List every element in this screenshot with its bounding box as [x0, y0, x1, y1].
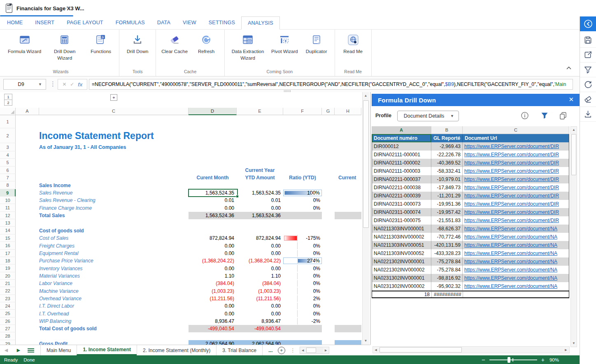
functions-button[interactable]: fx Functions [85, 30, 116, 56]
filter-button[interactable] [580, 63, 596, 77]
ribbon-tab-insert[interactable]: INSERT [29, 16, 61, 29]
more-sheets-button[interactable]: ... [268, 345, 273, 355]
grid-header-document-numero[interactable]: Document numéro [372, 134, 431, 142]
grid-cell-document-url-link[interactable]: https://www.ERPServer.com/document/DIR [463, 200, 569, 208]
name-box-dropdown-icon[interactable]: ▼ [38, 82, 46, 86]
row-header-1[interactable]: 1 [0, 115, 16, 128]
formula-bar-options-icon[interactable]: ⋮ [50, 80, 56, 88]
read-me-button[interactable]: Read Me [338, 30, 369, 56]
download-button[interactable] [580, 107, 596, 122]
select-all-corner[interactable] [0, 108, 16, 115]
column-header-G[interactable]: G [322, 108, 335, 115]
scroll-down-icon[interactable]: ▼ [571, 340, 577, 346]
ribbon-tab-formulas[interactable]: FORMULAS [109, 16, 151, 29]
grid-cell-document-url-link[interactable]: https://www.ERPServer.com/document/DIR [463, 208, 569, 216]
grid-header-document-url[interactable]: Document Url [463, 134, 569, 142]
row-header-24[interactable]: 24 [0, 302, 16, 310]
row-header-20[interactable]: 20 [0, 272, 16, 280]
row-header-28[interactable]: 28 [0, 332, 16, 340]
sheet-tab-2-income-statement-monthly-[interactable]: 2. Income Statement (Monthly) [137, 345, 216, 355]
duplicator-button[interactable]: Duplicator [301, 30, 332, 56]
sheet-vertical-scrollbar[interactable]: ▲ ▼ [362, 92, 369, 345]
close-document-icon[interactable]: × [66, 5, 69, 11]
row-header-5[interactable]: 5 [0, 159, 16, 167]
row-header-22[interactable]: 22 [0, 287, 16, 295]
drill-down-button[interactable]: Drill Down [122, 30, 153, 56]
row-header-12[interactable]: 12 [0, 212, 16, 219]
save-button[interactable] [580, 33, 596, 48]
grid-header-gl-reporte[interactable]: GL Reporté [431, 134, 463, 142]
scroll-up-icon[interactable]: ▲ [571, 127, 577, 133]
pivot-wizard-button[interactable]: Pivot Wizard [268, 30, 301, 56]
pane-vertical-scrollbar[interactable]: ▲ ▼ [570, 126, 577, 347]
grid-cell-document-url-link[interactable]: https://www.ERPServer.com/document/DIR [463, 167, 569, 175]
pane-column-header-C[interactable]: C [463, 126, 569, 134]
sheet-tab-scroll-right-icon[interactable]: ▶ [12, 345, 25, 355]
zoom-slider[interactable] [489, 359, 537, 360]
grid-cell-document-url-link[interactable]: https://www.ERPServer.com/document/NA [463, 257, 569, 266]
ribbon-tab-home[interactable]: HOME [1, 16, 29, 29]
column-header-H[interactable]: H [335, 108, 361, 115]
row-header-17[interactable]: 17 [0, 250, 16, 257]
ribbon-tab-settings[interactable]: SETTINGS [203, 16, 241, 29]
grid-cell-document-url-link[interactable]: https://www.ERPServer.com/document/NA [463, 274, 569, 282]
sheet-tab-main-menu[interactable]: Main Menu [40, 345, 77, 355]
eraser-button[interactable] [580, 92, 596, 107]
grid-cell-document-url-link[interactable]: https://www.ERPServer.com/document/NA [463, 241, 569, 249]
selection-fill-handle[interactable] [236, 195, 239, 198]
outline-level-2-button[interactable]: 2 [4, 100, 12, 106]
row-header-21[interactable]: 21 [0, 280, 16, 287]
ribbon-tab-data[interactable]: DATA [151, 16, 177, 29]
row-header-19[interactable]: 19 [0, 264, 16, 272]
formula-wizard-button[interactable]: Formula Wizard [5, 30, 44, 56]
scroll-thumb[interactable] [379, 347, 462, 352]
cancel-entry-icon[interactable]: ✕ [62, 81, 66, 87]
row-header-2[interactable]: 2 [0, 128, 16, 143]
grid-cell-document-url-link[interactable]: https://www.ERPServer.com/document/NA [463, 225, 569, 233]
row-header-29[interactable]: 29 [0, 340, 16, 345]
zoom-in-icon[interactable]: + [541, 357, 545, 363]
copy-icon[interactable] [559, 111, 567, 120]
column-header-E[interactable]: E [237, 108, 283, 115]
grid-cell-document-url-link[interactable]: https://www.ERPServer.com/document/DIR [463, 151, 569, 159]
ribbon-tab-page-layout[interactable]: PAGE LAYOUT [61, 16, 109, 29]
row-header-8[interactable]: 8 [0, 181, 16, 189]
scroll-up-icon[interactable]: ▲ [363, 93, 369, 99]
row-header-25[interactable]: 25 [0, 310, 16, 318]
drill-down-wizard-button[interactable]: Drill Down Wizard [44, 30, 85, 63]
refresh-button[interactable]: Refresh [191, 30, 222, 56]
share-button[interactable] [580, 48, 596, 63]
grid-cell-document-url-link[interactable]: https://www.ERPServer.com/document/NA [463, 233, 569, 241]
confirm-entry-icon[interactable]: ✓ [70, 81, 74, 87]
filter-icon[interactable] [540, 111, 549, 120]
sheet-list-menu-icon[interactable] [25, 345, 37, 355]
document-tab[interactable]: Financials for Sage X3 W... × [0, 0, 73, 16]
row-header-13[interactable]: 13 [0, 219, 16, 227]
grid-cell-document-url-link[interactable]: https://www.ERPServer.com/document/DIR [463, 159, 569, 167]
row-header-10[interactable]: 10 [0, 197, 16, 204]
zoom-slider-handle[interactable] [508, 357, 510, 363]
column-header-F[interactable]: F [283, 108, 322, 115]
grid-cell-document-url-link[interactable]: https://www.ERPServer.com/document/NA [463, 249, 569, 257]
grid-cell-document-url-link[interactable]: https://www.ERPServer.com/document/DIR [463, 192, 569, 200]
row-header-27[interactable]: 27 [0, 325, 16, 332]
grid-cell-document-url-link[interactable]: https://www.ERPServer.com/document/DIR [463, 216, 569, 225]
refresh-button[interactable] [580, 77, 596, 92]
grid-cell-document-url-link[interactable]: https://www.ERPServer.com/document/DIR [463, 142, 569, 151]
row-header-15[interactable]: 15 [0, 234, 16, 242]
ribbon-tab-view[interactable]: VIEW [177, 16, 203, 29]
data-extraction-wizard-button[interactable]: Data Extraction Wizard [227, 30, 268, 63]
row-header-3[interactable]: 3 [0, 143, 16, 151]
add-sheet-button[interactable]: + [278, 345, 285, 355]
formula-input[interactable]: =NECFORMULA("CURRENT","490000578","SERVE… [89, 79, 573, 90]
outline-expand-button[interactable]: + [110, 94, 117, 101]
profile-dropdown[interactable]: Document Details ▼ [397, 111, 459, 121]
row-header-23[interactable]: 23 [0, 295, 16, 302]
sheet-horizontal-scrollbar[interactable]: ◀ ▶ [300, 347, 329, 354]
row-header-6[interactable]: 6 [0, 167, 16, 174]
sheet-tab-3-trial-balance[interactable]: 3. Trial Balance [216, 345, 263, 355]
close-pane-icon[interactable]: ✕ [568, 96, 574, 103]
scroll-left-icon[interactable]: ◀ [373, 347, 379, 353]
grid-cell-document-url-link[interactable]: https://www.ERPServer.com/document/DIR [463, 183, 569, 192]
scroll-right-icon[interactable]: ▶ [563, 347, 569, 353]
